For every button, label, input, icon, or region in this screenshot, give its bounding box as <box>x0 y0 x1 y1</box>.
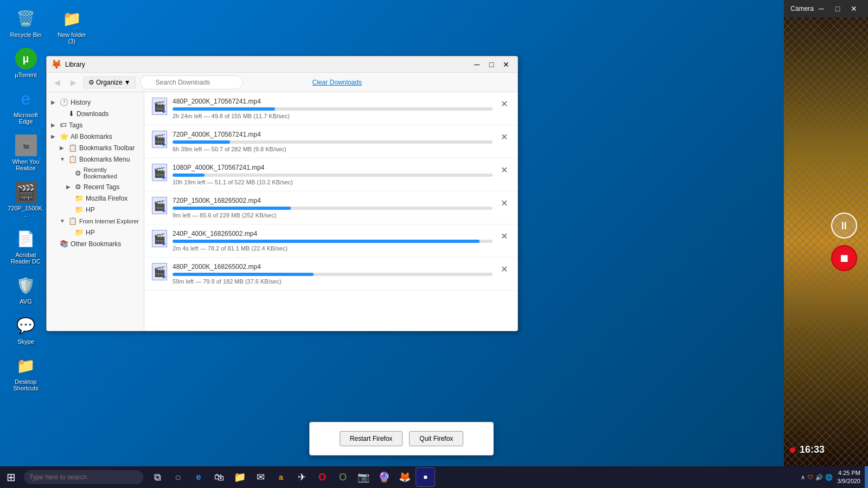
new-folder-3-icon: 📁 <box>61 8 83 29</box>
download-status-4: 9m left — 85.6 of 229 MB (252 KB/sec) <box>173 212 493 219</box>
tags-arrow: ▶ <box>51 122 58 128</box>
acrobat-label: Acrobat Reader DC <box>8 252 44 265</box>
download-cancel-2[interactable]: ✕ <box>498 131 510 143</box>
camera-title: Camera <box>790 5 814 12</box>
download-status-2: 6h 39m left — 50.7 of 282 MB (9.8 KB/sec… <box>173 146 493 152</box>
camera-pause-button[interactable]: ⏸ <box>831 213 857 239</box>
sidebar-item-downloads[interactable]: ⬇ Downloads <box>47 108 144 119</box>
desktop-icon-desktop-shortcuts[interactable]: 📁 Desktop Shortcuts <box>5 352 46 394</box>
library-maximize-button[interactable]: □ <box>484 59 499 70</box>
sidebar-item-tags[interactable]: ▶ 🏷 Tags <box>47 119 144 131</box>
start-button[interactable]: ⊞ <box>0 466 22 488</box>
camera-minimize-button[interactable]: ─ <box>814 3 829 15</box>
hp-folder-icon: 📁 <box>75 206 84 214</box>
tray-speaker-icon[interactable]: 🔊 <box>815 474 823 481</box>
library-close-button[interactable]: ✕ <box>499 59 513 70</box>
clear-downloads-button[interactable]: Clear Downloads <box>307 76 367 88</box>
taskbar-tripadvisor[interactable]: ✈ <box>292 467 311 487</box>
library-firefox-icon: 🦊 <box>51 59 62 69</box>
desktop-icon-edge[interactable]: e Microsoft Edge <box>5 86 46 127</box>
tray-expand[interactable]: ∧ <box>801 474 805 481</box>
tray-network-icon[interactable]: 🌐 <box>825 474 833 481</box>
mozilla-firefox-label: Mozilla Firefox <box>86 195 127 202</box>
download-cancel-4[interactable]: ✕ <box>498 197 510 209</box>
tags-icon: 🏷 <box>60 121 67 129</box>
sidebar-item-mozilla-firefox[interactable]: 📁 Mozilla Firefox <box>47 192 144 204</box>
sidebar-item-recently-bookmarked[interactable]: ⚙ Recently Bookmarked <box>47 165 144 181</box>
library-title: Library <box>65 61 467 68</box>
download-icon-1: 🎬 <box>152 98 167 115</box>
from-ie-arrow: ▼ <box>60 218 66 224</box>
sidebar-item-hp-ie[interactable]: 📁 HP <box>47 227 144 238</box>
taskbar-amazon[interactable]: a <box>271 467 291 487</box>
recently-bookmarked-label: Recently Bookmarked <box>84 166 139 179</box>
desktop-icon-when-you-realize[interactable]: 🎬 When You Realize <box>5 132 46 174</box>
history-arrow: ▶ <box>51 99 58 105</box>
download-cancel-1[interactable]: ✕ <box>498 98 510 110</box>
desktop-icon-new-folder-3[interactable]: 📁 New folder (3) <box>52 5 92 47</box>
taskbar-unknown2[interactable]: ■ <box>416 467 435 487</box>
all-bookmarks-icon: ⭐ <box>60 132 68 140</box>
other-bookmarks-icon: 📚 <box>60 240 68 248</box>
utorrent-icon: µ <box>15 48 37 69</box>
taskbar-opera[interactable]: O <box>312 467 332 487</box>
camera-time: 16:33 <box>800 444 825 455</box>
bookmarks-toolbar-icon: 📋 <box>68 144 77 152</box>
desktop-icon-acrobat[interactable]: 📄 Acrobat Reader DC <box>5 226 46 267</box>
sidebar-item-other-bookmarks[interactable]: 📚 Other Bookmarks <box>47 238 144 249</box>
taskbar-clock[interactable]: 4:25 PM 3/9/2020 <box>837 469 860 486</box>
download-cancel-5[interactable]: ✕ <box>498 230 510 242</box>
quit-firefox-button[interactable]: Quit Firefox <box>409 431 463 446</box>
library-minimize-button[interactable]: ─ <box>470 59 484 70</box>
desktop-icon-720p[interactable]: 🎬 720P_1500K... <box>5 179 46 220</box>
avg-label: AVG <box>20 298 31 305</box>
firefox-crash-dialog: Restart Firefox Quit Firefox <box>309 422 494 455</box>
taskbar-taskview[interactable]: ⧉ <box>148 467 167 487</box>
taskbar-firefox[interactable]: 🦊 <box>395 467 414 487</box>
camera-window: Camera ─ □ ✕ ⏸ ⏹ 16:33 <box>784 0 868 466</box>
camera-close-button[interactable]: ✕ <box>846 3 861 15</box>
desktop-icon-avg[interactable]: 🛡️ AVG <box>5 272 46 307</box>
desktop-icon-skype[interactable]: 💬 Skype <box>5 312 46 347</box>
download-progress-fill-1 <box>173 107 275 111</box>
library-body: ▶ 🕐 History ⬇ Downloads ▶ 🏷 Tags ▶ ⭐ All… <box>47 92 518 331</box>
taskbar-store[interactable]: 🛍 <box>209 467 229 487</box>
bookmarks-toolbar-label: Bookmarks Toolbar <box>79 144 135 152</box>
taskbar-explorer[interactable]: 📁 <box>230 467 250 487</box>
camera-stop-button[interactable]: ⏹ <box>831 245 857 271</box>
show-desktop-button[interactable] <box>865 466 868 488</box>
taskbar-edge[interactable]: e <box>189 467 208 487</box>
download-info-1: 480P_2000K_170567241.mp4 2h 24m left — 4… <box>173 98 493 119</box>
camera-maximize-button[interactable]: □ <box>830 3 845 15</box>
library-organize-button[interactable]: ⚙ Organize ▼ <box>84 76 136 88</box>
library-search-container: 🔍 <box>140 75 303 89</box>
taskbar-mail[interactable]: ✉ <box>251 467 270 487</box>
desktop-icon-recycle-bin[interactable]: 🗑️ Recycle Bin <box>5 5 46 40</box>
taskbar-vpn[interactable]: O <box>333 467 353 487</box>
recent-tags-arrow: ▶ <box>66 184 73 190</box>
taskbar-camera[interactable]: 📷 <box>354 467 373 487</box>
sidebar-item-history[interactable]: ▶ 🕐 History <box>47 97 144 108</box>
download-cancel-3[interactable]: ✕ <box>498 164 510 176</box>
organize-gear-icon: ⚙ <box>88 79 94 86</box>
taskbar-time-display: 4:25 PM <box>837 469 860 477</box>
taskbar-search-input[interactable] <box>24 470 143 484</box>
download-info-2: 720P_4000K_170567241.mp4 6h 39m left — 5… <box>173 131 493 152</box>
taskbar-cortana[interactable]: ○ <box>168 467 188 487</box>
sidebar-item-all-bookmarks[interactable]: ▶ ⭐ All Bookmarks <box>47 131 144 142</box>
taskbar-unknown[interactable]: 🔮 <box>374 467 394 487</box>
sidebar-item-recent-tags[interactable]: ▶ ⚙ Recent Tags <box>47 181 144 192</box>
download-status-6: 59m left — 79.9 of 182 MB (37.6 KB/sec) <box>173 278 493 285</box>
download-cancel-6[interactable]: ✕ <box>498 263 510 275</box>
sidebar-item-from-ie[interactable]: ▼ 📋 From Internet Explorer <box>47 215 144 227</box>
sidebar-item-bookmarks-menu[interactable]: ▼ 📋 Bookmarks Menu <box>47 153 144 165</box>
restart-firefox-button[interactable]: Restart Firefox <box>340 431 403 446</box>
library-search-input[interactable] <box>140 75 243 89</box>
camera-timestamp: 16:33 <box>790 444 825 455</box>
sidebar-item-bookmarks-toolbar[interactable]: ▶ 📋 Bookmarks Toolbar <box>47 142 144 153</box>
download-item-3: 🎬 1080P_4000K_170567241.mp4 10h 19m left… <box>144 158 518 191</box>
sidebar-item-hp[interactable]: 📁 HP <box>47 204 144 215</box>
desktop-icon-utorrent[interactable]: µ µTorrent <box>5 46 46 80</box>
download-filename-2: 720P_4000K_170567241.mp4 <box>173 131 493 138</box>
library-sidebar: ▶ 🕐 History ⬇ Downloads ▶ 🏷 Tags ▶ ⭐ All… <box>47 92 144 331</box>
